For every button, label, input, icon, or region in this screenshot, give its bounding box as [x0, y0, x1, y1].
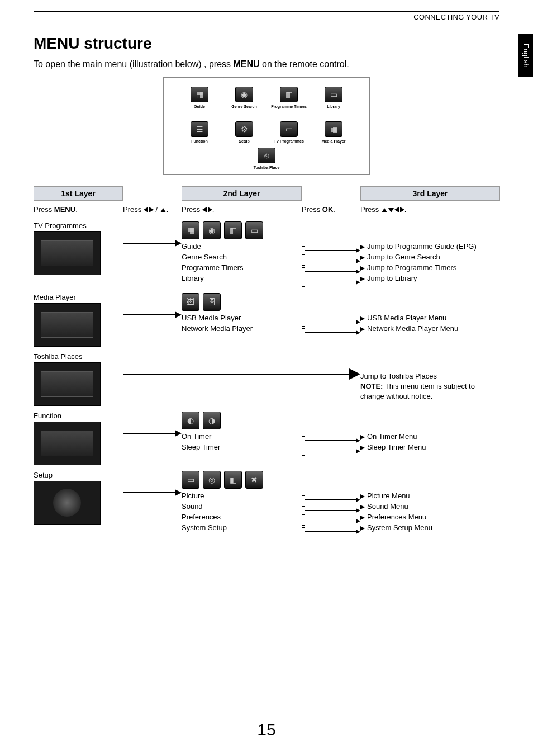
layer3-item: USB Media Player Menu	[360, 313, 500, 324]
layer2-icon-strip: ▭◎◧✖	[182, 471, 302, 489]
menu-icon: ▦	[325, 121, 342, 137]
layer2-item: Network Media Player	[182, 324, 302, 334]
layer2-item: System Setup	[182, 523, 302, 533]
menu-label: Setup	[239, 139, 249, 144]
section-thumbnail	[34, 422, 101, 465]
page-number: 15	[0, 720, 533, 739]
layer3-item: Jump to Genre Search	[360, 252, 500, 263]
main-menu-item: ◉Genre Search	[226, 87, 262, 109]
menu-label: Toshiba Place	[254, 166, 280, 170]
connector-line	[302, 446, 360, 456]
layer2-icon-strip: ◐◑	[182, 412, 302, 429]
layer2-item: USB Media Player	[182, 313, 302, 324]
section-title: TV Programmes	[34, 221, 123, 230]
section-thumbnail	[34, 231, 101, 275]
main-menu-item: ▭Library	[316, 87, 351, 109]
menu-label: TV Programmes	[274, 139, 304, 144]
layer2-item: Library	[182, 273, 302, 284]
main-menu-item: ▦Guide	[182, 87, 217, 109]
layer2-item: Preferences	[182, 512, 302, 523]
connector-line	[302, 505, 360, 516]
connector-line	[302, 266, 360, 277]
layer2-icon-strip: 🖼🗄	[182, 293, 302, 311]
menu-icon: ▭	[325, 87, 342, 102]
connector-line	[302, 256, 360, 266]
menu-label: Genre Search	[231, 105, 257, 109]
layer-arrow	[123, 290, 182, 340]
menu-icon: ◉	[235, 87, 253, 102]
layer3-item: Jump to Programme Guide (EPG)	[360, 242, 500, 252]
intro-text: To open the main menu (illustration belo…	[34, 59, 499, 69]
connector-line	[302, 327, 360, 338]
menu-label: Function	[191, 139, 208, 144]
section-thumbnail	[34, 362, 101, 406]
direct-arrow	[123, 349, 360, 399]
connector-line	[302, 245, 360, 256]
layer2-icon: ◐	[182, 412, 199, 429]
layer2-item: Sleep Timer	[182, 442, 302, 453]
layer2-icon: ▭	[182, 471, 199, 489]
layer2-item: Genre Search	[182, 252, 302, 263]
layer2-instruction: Press .	[182, 203, 302, 216]
layer3-item: Jump to Toshiba Places	[360, 371, 500, 381]
arrow12-instruction: Press / .	[123, 203, 182, 216]
menu-label: Library	[327, 105, 340, 109]
menu-icon: ▥	[280, 87, 298, 102]
layer3-instruction: Press .	[360, 203, 500, 216]
connector-line	[302, 316, 360, 327]
menu-label: Media Player	[322, 139, 346, 144]
main-menu-item: ▦Media Player	[316, 121, 351, 144]
menu-icon: ▭	[280, 121, 298, 137]
layer3-item: Jump to Library	[360, 273, 500, 284]
menu-icon: ⎋	[258, 148, 275, 163]
main-menu-illustration: ▦Guide◉Genre Search▥Programme Timers▭Lib…	[163, 77, 370, 175]
menu-label: Guide	[194, 105, 205, 109]
layer2-icon: ✖	[245, 471, 263, 489]
connector-line	[302, 494, 360, 505]
section-thumbnail	[34, 303, 101, 347]
layer2-icon: ▦	[182, 221, 199, 239]
arrow23-instruction: Press OK.	[302, 203, 360, 216]
layer1-header: 1st Layer	[34, 186, 123, 201]
layer2-icon: ◉	[203, 221, 221, 239]
section-title: Media Player	[34, 293, 123, 301]
menu-icon: ☰	[191, 121, 208, 137]
language-tab: English	[518, 34, 533, 77]
main-menu-item: ▭TV Programmes	[271, 121, 307, 144]
section-title: Toshiba Places	[34, 352, 123, 361]
layer2-icon: ◎	[203, 471, 221, 489]
layer-arrow	[123, 467, 182, 518]
layer2-icon: ▥	[224, 221, 242, 239]
section-header: CONNECTING YOUR TV	[34, 13, 499, 21]
layer3-item: Sound Menu	[360, 502, 500, 512]
layer3-header: 3rd Layer	[360, 186, 500, 201]
layer2-item: Sound	[182, 502, 302, 512]
connector-line	[302, 526, 360, 537]
layer3-item: On Timer Menu	[360, 432, 500, 442]
main-menu-item: ⚙Setup	[226, 121, 262, 144]
connector-line	[302, 435, 360, 446]
layer2-header: 2nd Layer	[182, 186, 302, 201]
main-menu-item: ⎋Toshiba Place	[249, 148, 284, 170]
section-note: NOTE: This menu item is subject to chang…	[360, 381, 500, 401]
layer3-item: Sleep Timer Menu	[360, 442, 500, 453]
layer2-item: Guide	[182, 242, 302, 252]
layer2-item: On Timer	[182, 432, 302, 442]
section-thumbnail	[34, 481, 101, 525]
layer3-item: Jump to Programme Timers	[360, 263, 500, 273]
connector-line	[302, 516, 360, 526]
main-menu-item: ▥Programme Timers	[271, 87, 307, 109]
layer-arrow	[123, 218, 182, 268]
layer2-icon: 🖼	[182, 293, 199, 311]
layer3-item: Network Media Player Menu	[360, 324, 500, 334]
layer2-icon: ▭	[245, 221, 263, 239]
layer2-icon-strip: ▦◉▥▭	[182, 221, 302, 239]
menu-icon: ▦	[191, 87, 208, 102]
layer2-icon: ◑	[203, 412, 221, 429]
layer3-item: Picture Menu	[360, 491, 500, 502]
layer2-item: Picture	[182, 491, 302, 502]
main-menu-item: ☰Function	[182, 121, 217, 144]
section-title: Function	[34, 412, 123, 420]
layer2-icon: 🗄	[203, 293, 221, 311]
section-title: Setup	[34, 471, 123, 479]
